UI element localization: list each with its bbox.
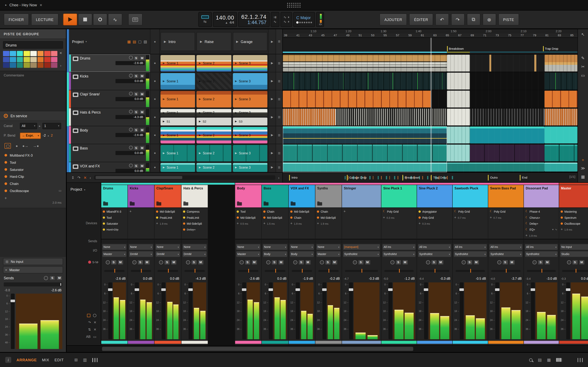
output-select[interactable]: SynthsMst▾ <box>343 251 380 257</box>
clip-play-icon[interactable]: ▶ <box>199 166 201 169</box>
groove-display[interactable]: ∿ ∿ <box>281 12 292 27</box>
fader-handle[interactable] <box>135 288 139 291</box>
channel-device-poly-grid[interactable]: Poly Grid <box>417 215 452 220</box>
clip-segment[interactable] <box>545 162 578 171</box>
solo-button[interactable]: S <box>538 260 544 265</box>
input-select[interactable]: No input▾ <box>560 244 588 250</box>
arm-button[interactable] <box>426 260 430 264</box>
level-value[interactable]: -0.5 dB <box>476 277 486 280</box>
track-level-value[interactable]: -2.6 dB <box>116 133 145 137</box>
row-menu-button[interactable]: ≣ <box>276 108 282 126</box>
device-enabled-dot[interactable] <box>419 217 421 219</box>
track-level-value[interactable]: 0.0 dB <box>116 97 145 101</box>
channel-device-add[interactable]: +0.7 ms <box>488 215 523 220</box>
mixer-channel-swarm-bass-pad[interactable]: Swarm Bass Pad☾Poly Grid+0.7 msAll ins▾S… <box>488 185 523 345</box>
device-enabled-dot[interactable] <box>263 217 265 219</box>
volume-fader[interactable] <box>495 282 499 339</box>
pan-value[interactable]: -5.0 <box>383 277 388 280</box>
folder-icon[interactable] <box>264 202 268 206</box>
device-enabled-dot[interactable] <box>290 210 293 213</box>
clip-kicks-1[interactable]: ▶Scene 1 <box>160 73 195 89</box>
mute-button[interactable]: M <box>139 110 145 114</box>
mixer-channel-drums[interactable]: DrumsMbandFX-3ToolSaturatorHard-ClipNone… <box>101 185 128 345</box>
pan-slider[interactable] <box>185 270 205 272</box>
mixer-panel-icon[interactable] <box>578 358 583 362</box>
solo-button[interactable]: S <box>245 260 250 265</box>
palette-color-12[interactable] <box>30 57 37 62</box>
scene-play-icon[interactable]: ▶ <box>200 40 202 43</box>
channel-header[interactable]: Sine Pluck 1 <box>381 185 417 207</box>
mute-button[interactable]: M <box>474 260 479 265</box>
arm-button[interactable] <box>129 164 133 167</box>
solo-button[interactable]: S <box>134 146 139 150</box>
pan-slider[interactable] <box>384 270 414 272</box>
clip-segment[interactable] <box>283 162 447 171</box>
channel-sends-area[interactable] <box>315 239 342 243</box>
section-marker-breakdown[interactable]: Breakdown <box>402 175 420 181</box>
clip-stop-button[interactable]: ■ <box>150 162 160 172</box>
device-enabled-dot[interactable] <box>317 217 319 219</box>
knife-tool-icon[interactable]: ✂ <box>581 64 585 69</box>
palette-color-19[interactable] <box>24 63 30 68</box>
arm-button[interactable] <box>461 260 466 264</box>
level-value[interactable]: -1.9 dB <box>303 277 313 280</box>
arranger-lane-body[interactable] <box>283 126 578 144</box>
palette-color-1[interactable] <box>10 51 16 56</box>
fader-handle[interactable] <box>566 288 571 291</box>
fader-handle[interactable] <box>388 288 393 291</box>
palette-color-22[interactable] <box>44 63 51 68</box>
scene-header-garage[interactable]: ▶Garage <box>233 32 268 51</box>
arranger-lane-kicks[interactable] <box>283 72 578 90</box>
channel-sends-area[interactable] <box>488 239 523 243</box>
channel-device-md-sidespli[interactable]: Md-SideSpli <box>262 215 288 220</box>
global-record-icon[interactable] <box>88 261 91 264</box>
palette-color-11[interactable] <box>24 57 30 62</box>
palette-color-0[interactable] <box>3 51 9 56</box>
channel-sends-area[interactable] <box>182 239 208 243</box>
fader-handle[interactable] <box>295 288 300 291</box>
add-device-icon[interactable]: + <box>490 216 492 219</box>
pitch-bend-mode-select[interactable]: → Expr.▾ <box>20 132 41 139</box>
solo-button[interactable]: S <box>396 260 401 265</box>
fader-handle[interactable] <box>10 300 15 302</box>
input-select[interactable]: All ins▾ <box>382 244 415 250</box>
input-select[interactable]: All ins▾ <box>489 244 522 250</box>
add-device-icon[interactable]: + <box>419 222 421 225</box>
flip-icon[interactable]: ⇅ <box>88 328 91 331</box>
input-select[interactable]: All ins▾ <box>454 244 487 250</box>
palette-color-14[interactable] <box>44 57 51 62</box>
arm-button[interactable] <box>320 260 324 264</box>
channel-device-saturator[interactable]: Saturator <box>101 221 128 226</box>
channel-sends-area[interactable] <box>559 239 588 243</box>
level-value[interactable]: -3.7 dB <box>511 277 522 280</box>
channel-sends-area[interactable] <box>524 239 559 243</box>
global-solo-clear-icon[interactable]: S̷ <box>92 260 94 264</box>
device-item-chain[interactable]: Chain <box>0 180 66 187</box>
device-enabled-dot[interactable] <box>419 210 421 213</box>
clip-play-icon[interactable]: ▶ <box>199 151 201 155</box>
device-item-tool[interactable]: Tool <box>0 159 66 166</box>
channel-sends-area[interactable] <box>235 239 261 243</box>
folder-icon[interactable] <box>73 92 78 97</box>
mixer-channel-dissonant-pad[interactable]: Dissonant Pad☾Phase-4☾Chorus+☾Delay+☾EQ+… <box>524 185 559 345</box>
device-enabled-dot[interactable] <box>4 168 7 171</box>
notes-bubble-icon[interactable]: ▭ <box>93 335 96 338</box>
clip-drums-1[interactable]: ▶Scene 1 <box>160 55 195 71</box>
device-item-oscilloscope[interactable]: Oscilloscope▭ <box>0 187 66 194</box>
mute-button[interactable]: M <box>139 74 145 78</box>
palette-color-18[interactable] <box>17 63 23 68</box>
palette-color-6[interactable] <box>44 51 51 56</box>
solo-button[interactable]: S <box>191 260 197 265</box>
clip-play-icon[interactable]: ▶ <box>235 98 237 100</box>
clip-vox-and-fx-1[interactable]: ▶Scene 1 <box>160 163 195 172</box>
channel-device-md-sidespli[interactable]: Md-SideSpli <box>182 221 208 226</box>
folder-icon[interactable] <box>73 128 78 133</box>
arm-button[interactable] <box>567 260 571 264</box>
info-icon[interactable]: i <box>5 357 11 363</box>
device-enabled-dot[interactable] <box>4 161 7 164</box>
level-value[interactable]: -0.2 dB <box>329 277 340 280</box>
clip-stop-button[interactable]: ■ <box>150 108 160 126</box>
track-level-value[interactable]: -4.3 dB <box>116 115 145 119</box>
input-select[interactable]: [manquant]▾ <box>343 244 380 250</box>
scroll-left-icon[interactable]: ‹ <box>90 175 91 180</box>
